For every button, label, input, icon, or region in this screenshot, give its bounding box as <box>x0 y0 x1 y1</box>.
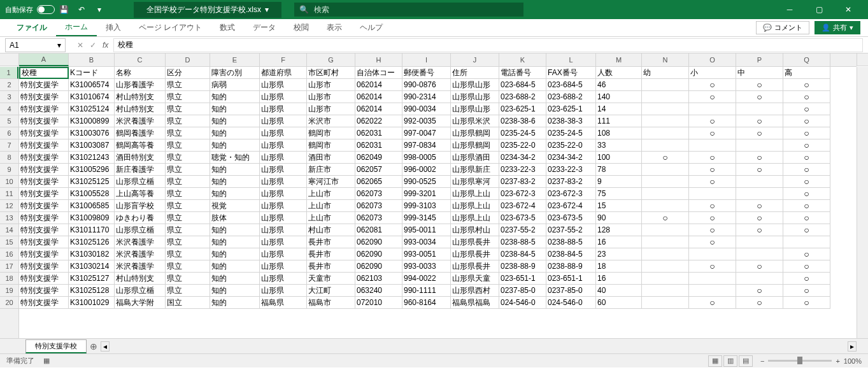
cell[interactable] <box>736 188 783 200</box>
column-header[interactable]: P <box>736 53 783 66</box>
cell[interactable]: 108 <box>596 127 642 139</box>
redo-icon[interactable]: ▾ <box>93 3 106 16</box>
column-header[interactable]: B <box>69 53 115 66</box>
cell[interactable]: ○ <box>689 297 736 309</box>
zoom-slider[interactable] <box>768 360 832 362</box>
cell[interactable] <box>689 103 736 115</box>
tab-review[interactable]: 校閲 <box>285 19 318 36</box>
cell[interactable]: 993-0033 <box>402 260 451 273</box>
column-header[interactable]: L <box>546 53 596 66</box>
cell[interactable]: 県立 <box>166 260 210 273</box>
cell[interactable]: 062014 <box>355 79 402 91</box>
tab-pagelayout[interactable]: ページ レイアウト <box>130 19 211 36</box>
cell[interactable]: K31025128 <box>69 285 115 297</box>
confirm-icon[interactable]: ✓ <box>90 41 96 50</box>
cell[interactable]: 128 <box>596 224 642 236</box>
cell[interactable]: 14 <box>596 103 642 115</box>
row-header[interactable]: 11 <box>0 188 18 200</box>
cell[interactable]: 名称 <box>115 67 166 79</box>
cell[interactable]: 062090 <box>355 260 402 273</box>
cell[interactable]: 0238-84-5 <box>546 248 596 260</box>
cell[interactable]: 16 <box>596 236 642 248</box>
cell[interactable]: 023-625-1 <box>546 103 596 115</box>
maximize-button[interactable]: ▢ <box>804 0 834 19</box>
cell[interactable]: ○ <box>736 285 783 297</box>
cell[interactable]: ○ <box>783 139 830 152</box>
cell[interactable]: 国立 <box>166 297 210 309</box>
cell[interactable] <box>736 236 783 248</box>
cell[interactable]: 知的 <box>210 236 260 248</box>
cell[interactable] <box>642 260 689 273</box>
cell[interactable] <box>642 297 689 309</box>
cell[interactable]: 高 <box>783 67 830 79</box>
cell[interactable]: 村山特別支 <box>115 273 166 285</box>
cell[interactable]: 特別支援学 <box>19 248 69 260</box>
cell[interactable]: 023-672-3 <box>499 188 546 200</box>
tab-view[interactable]: 表示 <box>318 19 351 36</box>
cell[interactable] <box>642 248 689 260</box>
cell[interactable]: 994-0022 <box>402 273 451 285</box>
cell[interactable]: ○ <box>689 176 736 188</box>
cell[interactable]: 0238-38-3 <box>546 115 596 127</box>
cell[interactable]: ○ <box>783 224 830 236</box>
cell[interactable]: 0233-22-3 <box>546 164 596 176</box>
cell[interactable]: 米沢養護学 <box>115 115 166 127</box>
cell[interactable]: 023-651-1 <box>499 273 546 285</box>
cell[interactable]: 0234-34-2 <box>546 152 596 164</box>
cell[interactable]: 062073 <box>355 200 402 212</box>
cell[interactable]: 特別支援学 <box>19 200 69 212</box>
cell[interactable]: 山形県 <box>260 285 307 297</box>
cell[interactable]: 区分 <box>166 67 210 79</box>
cell[interactable]: 山形県上山 <box>451 188 499 200</box>
cell[interactable]: 0235-22-0 <box>546 139 596 152</box>
cell[interactable]: 福島市 <box>307 297 355 309</box>
cell[interactable]: ○ <box>783 248 830 260</box>
cell[interactable]: 県立 <box>166 115 210 127</box>
cell[interactable]: 023-688-2 <box>546 91 596 103</box>
cell[interactable]: 山形県鶴岡 <box>451 127 499 139</box>
cell[interactable]: 米沢養護学 <box>115 260 166 273</box>
cell[interactable]: 75 <box>596 188 642 200</box>
cell[interactable]: 中 <box>736 67 783 79</box>
cell[interactable]: 山形県米沢 <box>451 115 499 127</box>
cell[interactable]: 023-672-4 <box>499 200 546 212</box>
zoom-out-icon[interactable]: − <box>760 357 764 365</box>
cell[interactable]: 山形県 <box>260 127 307 139</box>
row-header[interactable]: 5 <box>0 115 18 127</box>
cell[interactable]: K31021243 <box>69 152 115 164</box>
cell[interactable]: 特別支援学 <box>19 188 69 200</box>
cell[interactable]: FAX番号 <box>546 67 596 79</box>
row-header[interactable]: 15 <box>0 236 18 248</box>
cell[interactable]: 山形県 <box>260 152 307 164</box>
column-header[interactable]: Q <box>783 53 830 66</box>
cell[interactable]: ○ <box>689 91 736 103</box>
cell[interactable]: 鶴岡高等養 <box>115 139 166 152</box>
cell[interactable]: 県立 <box>166 285 210 297</box>
cell[interactable]: 山形県 <box>260 176 307 188</box>
cell[interactable]: 市区町村 <box>307 67 355 79</box>
cell[interactable]: 長井市 <box>307 260 355 273</box>
cell[interactable]: ○ <box>736 224 783 236</box>
cell[interactable]: ○ <box>736 200 783 212</box>
cell[interactable]: 063240 <box>355 285 402 297</box>
column-header[interactable]: M <box>596 53 642 66</box>
row-header[interactable]: 3 <box>0 91 18 103</box>
zoom-control[interactable]: − + 100% <box>760 357 862 365</box>
cell[interactable] <box>736 248 783 260</box>
minimize-button[interactable]: ─ <box>775 0 804 19</box>
cell[interactable]: 山形県立楯 <box>115 224 166 236</box>
row-header[interactable]: 19 <box>0 285 18 297</box>
cell[interactable]: 023-672-3 <box>546 188 596 200</box>
cell[interactable] <box>736 103 783 115</box>
save-icon[interactable]: 💾 <box>57 3 70 16</box>
cell[interactable] <box>783 236 830 248</box>
cell[interactable] <box>642 127 689 139</box>
scroll-right-icon[interactable]: ▸ <box>848 341 857 352</box>
cell[interactable] <box>642 115 689 127</box>
cell[interactable]: ○ <box>689 260 736 273</box>
row-header[interactable]: 6 <box>0 127 18 139</box>
cell[interactable]: ○ <box>736 152 783 164</box>
cell[interactable]: 特別支援学 <box>19 212 69 224</box>
cell[interactable] <box>736 273 783 285</box>
row-header[interactable]: 9 <box>0 164 18 176</box>
